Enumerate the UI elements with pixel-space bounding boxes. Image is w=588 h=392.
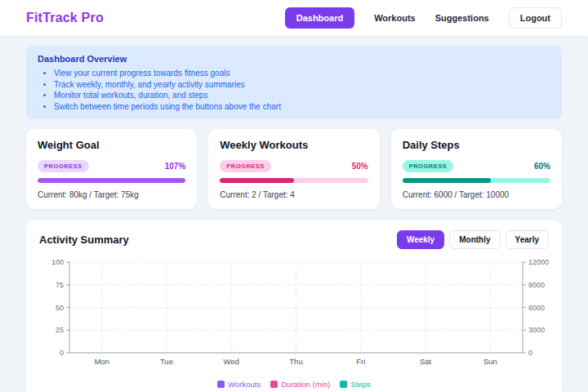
svg-text:Fri: Fri	[356, 357, 365, 366]
progress-bar-fill	[403, 178, 492, 183]
legend-swatch	[217, 381, 225, 388]
chart-legend: WorkoutsDuration (min)Steps	[39, 380, 549, 389]
legend-item: Duration (min)	[270, 380, 330, 389]
card-title: Weight Goal	[38, 139, 185, 151]
svg-text:0: 0	[60, 349, 64, 357]
svg-text:0: 0	[528, 349, 532, 357]
goal-detail: Current: 2 / Target: 4	[220, 190, 368, 199]
svg-text:25: 25	[56, 326, 64, 334]
activity-chart: 0025300050600075900010012000MonTueWedThu…	[39, 254, 549, 378]
svg-text:3000: 3000	[528, 326, 545, 334]
progress-bar-track	[220, 178, 368, 183]
nav-suggestions-button[interactable]: Suggestions	[435, 13, 489, 23]
overview-title: Dashboard Overview	[38, 54, 550, 64]
progress-badge: PROGRESS	[403, 160, 454, 172]
goal-detail: Current: 6000 / Target: 10000	[403, 190, 550, 199]
svg-text:100: 100	[51, 258, 64, 266]
svg-text:Thu: Thu	[289, 357, 302, 366]
svg-text:Sun: Sun	[483, 357, 497, 366]
weight-goal-card: Weight Goal PROGRESS 107% Current: 80kg …	[26, 129, 197, 209]
overview-bullet: Switch between time periods using the bu…	[54, 101, 550, 113]
legend-label: Workouts	[228, 380, 261, 389]
progress-percent: 50%	[352, 162, 368, 171]
app-window: FitTrack Pro Dashboard Workouts Suggesti…	[0, 0, 588, 392]
daily-steps-card: Daily Steps PROGRESS 60% Current: 6000 /…	[391, 129, 562, 209]
weekly-workouts-card: Weekly Workouts PROGRESS 50% Current: 2 …	[208, 129, 379, 209]
goal-cards-row: Weight Goal PROGRESS 107% Current: 80kg …	[26, 129, 562, 209]
svg-text:Wed: Wed	[224, 357, 239, 366]
svg-text:Mon: Mon	[94, 357, 109, 366]
app-logo: FitTrack Pro	[26, 11, 104, 25]
dashboard-overview-panel: Dashboard Overview View your current pro…	[26, 46, 562, 119]
progress-percent: 60%	[534, 162, 550, 171]
svg-text:6000: 6000	[528, 304, 545, 312]
activity-summary-title: Activity Summary	[39, 234, 129, 246]
legend-label: Steps	[350, 380, 370, 389]
legend-swatch	[270, 381, 278, 388]
svg-text:Sat: Sat	[420, 357, 432, 366]
progress-bar-track	[403, 178, 550, 183]
progress-badge: PROGRESS	[38, 160, 89, 172]
progress-percent: 107%	[165, 162, 186, 171]
card-title: Daily Steps	[403, 139, 550, 151]
card-title: Weekly Workouts	[220, 139, 368, 151]
chart-canvas: 0025300050600075900010012000MonTueWedThu…	[39, 254, 549, 375]
period-weekly-button[interactable]: Weekly	[397, 230, 444, 249]
period-toggle-group: Weekly Monthly Yearly	[397, 230, 549, 249]
svg-text:75: 75	[56, 281, 64, 289]
overview-bullet: Track weekly, monthly, and yearly activi…	[54, 79, 550, 91]
app-header: FitTrack Pro Dashboard Workouts Suggesti…	[0, 0, 588, 36]
progress-badge: PROGRESS	[220, 160, 271, 172]
nav-workouts-button[interactable]: Workouts	[374, 13, 416, 23]
svg-text:Tue: Tue	[160, 357, 173, 366]
progress-bar-fill	[220, 178, 294, 183]
period-monthly-button[interactable]: Monthly	[449, 230, 500, 249]
period-yearly-button[interactable]: Yearly	[506, 230, 549, 249]
logout-button[interactable]: Logout	[509, 7, 562, 29]
overview-bullet: Monitor total workouts, duration, and st…	[54, 90, 550, 101]
progress-bar-track	[38, 178, 185, 183]
legend-label: Duration (min)	[281, 380, 330, 389]
activity-summary-card: Activity Summary Weekly Monthly Yearly 0…	[26, 220, 562, 392]
main-nav: Dashboard Workouts Suggestions Logout	[285, 7, 562, 29]
overview-bullet-list: View your current progress towards fitne…	[38, 68, 550, 112]
legend-swatch	[340, 381, 347, 388]
svg-text:12000: 12000	[528, 258, 549, 266]
svg-text:9000: 9000	[528, 281, 545, 289]
legend-item: Workouts	[217, 380, 261, 389]
legend-item: Steps	[340, 380, 370, 389]
progress-bar-fill	[38, 178, 185, 183]
overview-bullet: View your current progress towards fitne…	[54, 68, 550, 79]
goal-detail: Current: 80kg / Target: 75kg	[38, 190, 185, 199]
nav-dashboard-button[interactable]: Dashboard	[285, 7, 354, 29]
main-content: Dashboard Overview View your current pro…	[0, 36, 588, 392]
svg-text:50: 50	[56, 304, 64, 312]
